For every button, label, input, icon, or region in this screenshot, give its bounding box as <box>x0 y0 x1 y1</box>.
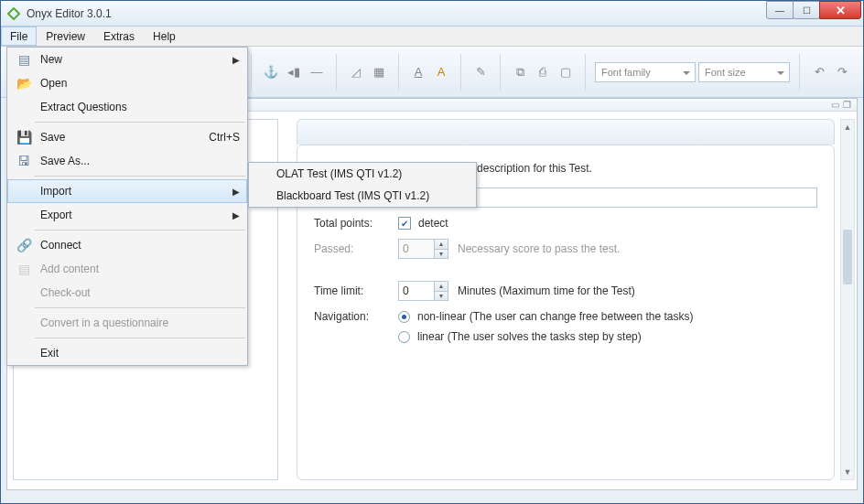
app-icon <box>6 6 21 21</box>
timelimit-label: Time limit: <box>314 284 398 297</box>
scroll-up-icon[interactable]: ▲ <box>841 120 854 134</box>
import-submenu: OLAT Test (IMS QTI v1.2) Blackboard Test… <box>248 162 477 208</box>
menu-extras[interactable]: Extras <box>94 27 144 46</box>
redo-icon[interactable]: ↷ <box>832 62 852 82</box>
minimize-button[interactable]: — <box>766 1 794 19</box>
detect-label: detect <box>418 217 448 230</box>
new-file-icon: ▤ <box>13 52 35 67</box>
scroll-down-icon[interactable]: ▼ <box>841 465 854 479</box>
minimize-panel-icon[interactable]: ▭ <box>831 100 839 110</box>
anchor-icon[interactable]: ⚓ <box>261 62 281 82</box>
menu-exit[interactable]: Exit <box>7 341 247 365</box>
menu-export[interactable]: Export ▶ <box>7 203 247 227</box>
menu-add-content[interactable]: ▤ Add content <box>7 257 247 281</box>
menu-separator <box>35 307 245 308</box>
submenu-arrow-icon: ▶ <box>232 55 240 65</box>
highlight-icon[interactable]: A <box>408 62 428 82</box>
file-dropdown: ▤ New ▶ 📂 Open Extract Questions 💾 Save … <box>6 47 248 366</box>
menu-convert[interactable]: Convert in a questionnaire <box>7 311 247 335</box>
font-family-select[interactable]: Font family <box>595 62 696 82</box>
right-pane-header <box>297 119 835 145</box>
restore-panel-icon[interactable]: ❐ <box>843 100 851 110</box>
menu-connect[interactable]: 🔗 Connect <box>7 233 247 257</box>
menu-checkout[interactable]: Check-out <box>7 281 247 305</box>
maximize-button[interactable]: ☐ <box>793 1 820 19</box>
save-as-icon: 🖫 <box>13 154 35 168</box>
connect-icon: 🔗 <box>13 238 35 252</box>
timelimit-input[interactable] <box>398 281 435 301</box>
nav-linear-label: linear (The user solves the tasks step b… <box>417 330 642 343</box>
scroll-thumb[interactable] <box>843 230 852 284</box>
navigation-label: Navigation: <box>314 310 398 323</box>
menu-file[interactable]: File <box>1 27 37 46</box>
save-shortcut: Ctrl+S <box>209 131 240 144</box>
textcolor-icon[interactable]: A <box>431 62 451 82</box>
app-window: Onyx Editor 3.0.1 — ☐ ✕ File Preview Ext… <box>0 0 864 504</box>
erase-icon[interactable]: ◿ <box>346 62 366 82</box>
media-icon[interactable]: ◂▮ <box>284 62 304 82</box>
clipboard-icon[interactable]: ▢ <box>556 62 576 82</box>
menu-separator <box>35 176 245 177</box>
spinner-up-icon[interactable]: ▲ <box>435 282 448 291</box>
menu-import[interactable]: Import ▶ <box>7 179 247 203</box>
passed-label: Passed: <box>314 242 398 255</box>
timelimit-hint: Minutes (Maximum time for the Test) <box>458 284 635 297</box>
import-olat[interactable]: OLAT Test (IMS QTI v1.2) <box>249 163 476 185</box>
passed-hint: Necessary score to pass the test. <box>458 242 620 255</box>
menu-preview[interactable]: Preview <box>37 27 94 46</box>
import-blackboard[interactable]: Blackboard Test (IMS QTI v1.2) <box>249 185 476 207</box>
titlebar: Onyx Editor 3.0.1 — ☐ ✕ <box>1 1 863 27</box>
copy-icon[interactable]: ⧉ <box>510 62 530 82</box>
timelimit-spinner[interactable]: ▲ ▼ <box>435 281 448 301</box>
passed-spinner: ▲ ▼ <box>435 239 448 259</box>
menu-separator <box>35 122 245 123</box>
spinner-down-icon[interactable]: ▼ <box>435 291 448 301</box>
paste-icon[interactable]: ⎙ <box>533 62 553 82</box>
menu-separator <box>35 230 245 231</box>
paint-icon[interactable]: ✎ <box>470 62 491 82</box>
total-points-label: Total points: <box>314 217 398 230</box>
nav-linear-radio[interactable] <box>398 331 410 343</box>
spinner-down-icon: ▼ <box>435 249 448 259</box>
menu-save-as[interactable]: 🖫 Save As... <box>7 149 247 173</box>
detect-checkbox[interactable]: ✔ <box>398 217 411 230</box>
table-icon[interactable]: ▦ <box>369 62 389 82</box>
spinner-up-icon: ▲ <box>435 240 448 249</box>
window-title: Onyx Editor 3.0.1 <box>27 7 112 20</box>
font-size-select[interactable]: Font size <box>698 62 790 82</box>
window-controls: — ☐ ✕ <box>767 1 861 19</box>
menu-save[interactable]: 💾 Save Ctrl+S <box>7 125 247 149</box>
undo-icon[interactable]: ↶ <box>809 62 829 82</box>
menu-extract-questions[interactable]: Extract Questions <box>7 95 247 119</box>
open-folder-icon: 📂 <box>13 76 35 91</box>
vertical-scrollbar[interactable]: ▲ ▼ <box>840 119 855 480</box>
submenu-arrow-icon: ▶ <box>232 187 240 197</box>
hr-icon[interactable]: — <box>307 62 327 82</box>
add-content-icon: ▤ <box>13 262 35 276</box>
save-icon: 💾 <box>13 130 35 145</box>
menu-help[interactable]: Help <box>144 27 185 46</box>
nav-nonlinear-label: non-linear (The user can change free bet… <box>417 310 694 323</box>
menu-open[interactable]: 📂 Open <box>7 71 247 95</box>
close-button[interactable]: ✕ <box>819 1 861 19</box>
menu-separator <box>35 338 245 338</box>
submenu-arrow-icon: ▶ <box>232 210 240 220</box>
menu-new[interactable]: ▤ New ▶ <box>7 48 247 71</box>
nav-nonlinear-radio[interactable] <box>398 311 410 323</box>
menubar: File Preview Extras Help <box>1 27 863 47</box>
passed-input <box>398 239 435 259</box>
